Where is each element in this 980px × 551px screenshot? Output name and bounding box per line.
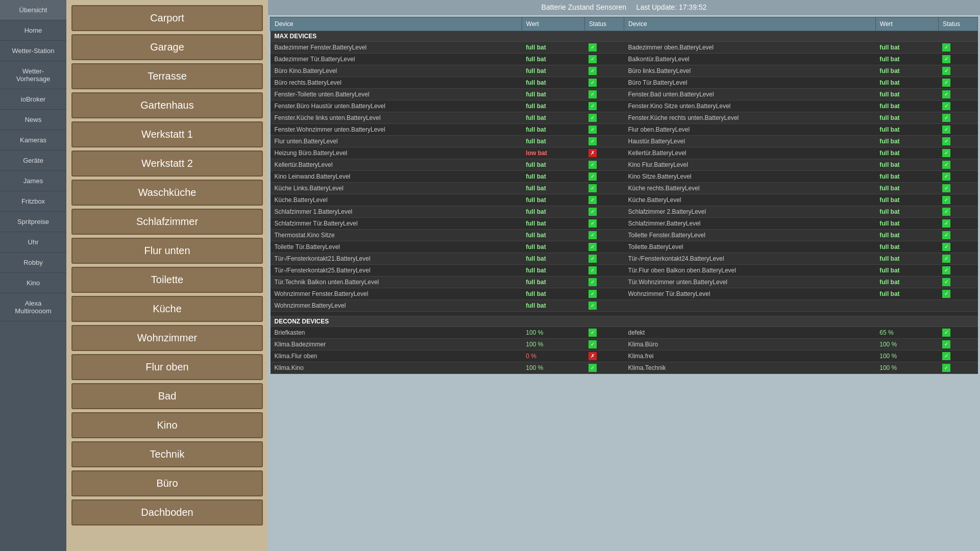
device-name-right: Toilette Fenster.BatteryLevel — [624, 230, 875, 241]
sidebar-item[interactable]: Kameras — [0, 130, 66, 151]
status-ok-icon: ✓ — [589, 172, 597, 181]
device-status-left: ✓ — [584, 194, 624, 206]
sidebar-item[interactable]: Wetter- Vorhersage — [0, 61, 66, 89]
sidebar-item[interactable]: Uhr — [0, 232, 66, 253]
device-value-left: full bat — [522, 183, 584, 194]
status-ok-icon: ✓ — [589, 231, 597, 239]
sidebar-item[interactable]: Übersicht — [0, 0, 66, 20]
device-status-right: ✓ — [938, 253, 977, 265]
nav-button[interactable]: Bad — [71, 383, 263, 409]
sidebar-item[interactable]: Alexa Multiroooom — [0, 293, 66, 321]
status-ok-icon: ✓ — [589, 196, 597, 204]
nav-button[interactable]: Garage — [71, 34, 263, 60]
col-wert-left: Wert — [522, 17, 584, 31]
device-value-right: full bat — [875, 218, 938, 230]
device-value-right: full bat — [875, 230, 938, 241]
device-name-right: Kino Sitze.BatteryLevel — [624, 171, 875, 183]
device-value-left: full bat — [522, 277, 584, 288]
device-name-left: Klima.Flur oben — [271, 350, 522, 362]
status-ok-icon: ✓ — [942, 90, 950, 98]
sidebar-item[interactable]: ioBroker — [0, 89, 66, 110]
last-update-label: Last Update: — [636, 3, 677, 11]
nav-button[interactable]: Terrasse — [71, 63, 263, 89]
nav-button[interactable]: Gartenhaus — [71, 92, 263, 118]
sidebar-item[interactable]: Kino — [0, 273, 66, 293]
nav-button[interactable]: Waschküche — [71, 180, 263, 206]
col-wert-right: Wert — [875, 17, 938, 31]
device-status-right: ✓ — [938, 54, 977, 65]
device-value-left: full bat — [522, 77, 584, 89]
status-ok-icon: ✓ — [589, 255, 597, 263]
sidebar-item[interactable]: Geräte — [0, 151, 66, 171]
nav-button[interactable]: Flur unten — [71, 238, 263, 264]
nav-button[interactable]: Küche — [71, 296, 263, 322]
device-value-right: full bat — [875, 194, 938, 206]
table-row: Fenster.Wohnzimmer unten.BatteryLevelful… — [271, 124, 978, 136]
device-name-left: Fenster.Büro Haustür unten.BatteryLevel — [271, 101, 522, 112]
device-status-right: ✓ — [938, 362, 977, 374]
device-value-left: full bat — [522, 253, 584, 265]
status-err-icon: ✗ — [589, 352, 597, 360]
sidebar-item[interactable]: Spritpreise — [0, 212, 66, 232]
device-name-left: Heizung Büro.BatteryLevel — [271, 147, 522, 159]
nav-button[interactable]: Toilette — [71, 267, 263, 293]
section-header-label: DECONZ DEVICES — [271, 316, 978, 327]
status-ok-icon: ✓ — [942, 55, 950, 63]
device-status-left: ✗ — [584, 147, 624, 159]
section-header-row: MAX DEVICES — [271, 31, 978, 42]
device-value-right: full bat — [875, 136, 938, 147]
status-ok-icon: ✓ — [942, 126, 950, 134]
nav-button[interactable]: Schlafzimmer — [71, 209, 263, 235]
device-value-left: full bat — [522, 101, 584, 112]
device-status-left: ✓ — [584, 42, 624, 54]
device-name-left: Wohnzimmer Fenster.BatteryLevel — [271, 288, 522, 300]
device-value-right: full bat — [875, 54, 938, 65]
device-value-left: full bat — [522, 230, 584, 241]
device-name-right: Klima.Technik — [624, 362, 875, 374]
device-name-left: Kino Leinwand.BatteryLevel — [271, 171, 522, 183]
nav-button[interactable]: Kino — [71, 412, 263, 438]
status-ok-icon: ✓ — [942, 219, 950, 228]
status-ok-icon: ✓ — [589, 243, 597, 251]
sidebar-item[interactable]: Home — [0, 20, 66, 41]
nav-button[interactable]: Werkstatt 1 — [71, 121, 263, 147]
device-value-right — [875, 300, 938, 312]
battery-table-container: Device Wert Status Device Wert Status MA… — [268, 15, 980, 551]
status-ok-icon: ✓ — [942, 364, 950, 372]
device-value-left: full bat — [522, 171, 584, 183]
device-status-left: ✓ — [584, 265, 624, 277]
device-status-right: ✓ — [938, 112, 977, 124]
nav-button[interactable]: Wohnzimmer — [71, 325, 263, 351]
device-value-left: full bat — [522, 300, 584, 312]
device-name-right: Tür-/Fensterkontakt24.BatteryLevel — [624, 253, 875, 265]
battery-table: Device Wert Status Device Wert Status MA… — [270, 17, 978, 374]
device-status-left: ✓ — [584, 277, 624, 288]
sidebar-item[interactable]: Wetter-Station — [0, 41, 66, 61]
device-status-right: ✓ — [938, 241, 977, 253]
nav-button[interactable]: Technik — [71, 441, 263, 467]
sidebar-item[interactable]: James — [0, 171, 66, 191]
device-value-right: full bat — [875, 277, 938, 288]
device-value-left: full bat — [522, 288, 584, 300]
sidebar-item[interactable]: Fritzbox — [0, 191, 66, 212]
nav-button[interactable]: Flur oben — [71, 354, 263, 380]
device-status-right: ✓ — [938, 277, 977, 288]
sidebar: ÜbersichtHomeWetter-StationWetter- Vorhe… — [0, 0, 66, 551]
table-row: Klima.Kino100 %✓Klima.Technik100 %✓ — [271, 362, 978, 374]
nav-button[interactable]: Carport — [71, 5, 263, 31]
col-status-left: Status — [584, 17, 624, 31]
nav-button[interactable]: Dachboden — [71, 499, 263, 525]
nav-button[interactable]: Büro — [71, 470, 263, 496]
nav-button[interactable]: Werkstatt 2 — [71, 151, 263, 177]
sidebar-item[interactable]: News — [0, 110, 66, 130]
device-value-left: full bat — [522, 124, 584, 136]
device-status-right: ✓ — [938, 171, 977, 183]
device-name-right: Flur oben.BatteryLevel — [624, 124, 875, 136]
device-status-right: ✓ — [938, 42, 977, 54]
status-ok-icon: ✓ — [589, 208, 597, 216]
device-name-left: Schlafzimmer Tür.BatteryLevel — [271, 218, 522, 230]
table-row: Fenster-Toilette unten.BatteryLevelfull … — [271, 89, 978, 101]
device-value-left: full bat — [522, 65, 584, 77]
device-name-left: Küche Links.BatteryLevel — [271, 183, 522, 194]
sidebar-item[interactable]: Robby — [0, 253, 66, 273]
